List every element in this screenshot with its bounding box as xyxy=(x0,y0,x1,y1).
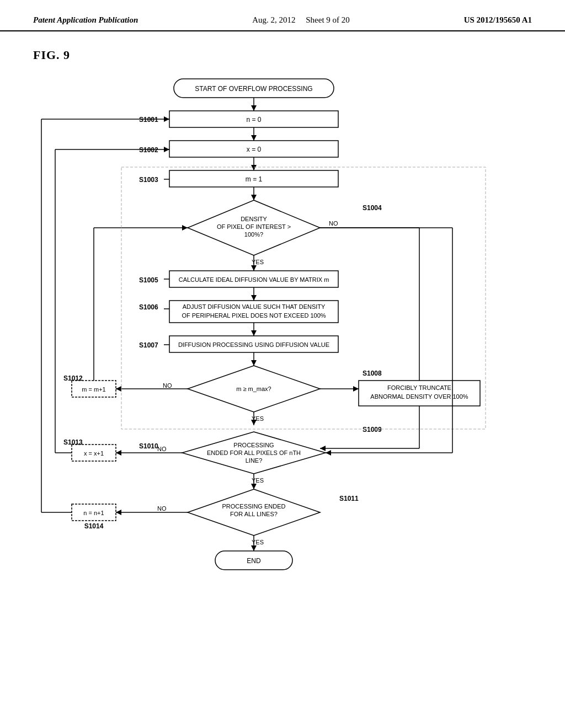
s1010-no: NO xyxy=(157,446,167,452)
step-s1001-label: S1001 xyxy=(139,116,158,124)
end-label: END xyxy=(247,557,261,565)
svg-marker-57 xyxy=(251,545,257,551)
s1014-text: n = n+1 xyxy=(83,510,104,516)
s1011-line1: PROCESSING ENDED xyxy=(222,503,286,510)
svg-marker-35 xyxy=(116,386,121,392)
svg-marker-54 xyxy=(164,147,169,152)
diagram-area: FIG. 9 START OF OVERFLOW PROCESSING S100… xyxy=(0,31,565,721)
step-s1003-label: S1003 xyxy=(139,176,158,184)
svg-marker-37 xyxy=(353,386,359,392)
step-s1012-label: S1012 xyxy=(63,374,83,382)
s1003-text: m = 1 xyxy=(246,175,263,183)
s1011-no: NO xyxy=(157,505,167,512)
svg-marker-64 xyxy=(164,116,169,122)
step-s1002-label: S1002 xyxy=(139,146,158,154)
s1007-text: DIFFUSION PROCESSING USING DIFFUSION VAL… xyxy=(178,341,329,348)
s1008-text: m ≥ m_max? xyxy=(236,386,271,392)
fig-label: FIG. 9 xyxy=(33,48,532,62)
s1006-line1: ADJUST DIFFUSION VALUE SUCH THAT DENSITY xyxy=(183,303,326,310)
step-s1009-label: S1009 xyxy=(363,426,382,433)
flowchart-svg: START OF OVERFLOW PROCESSING S1001 n = 0… xyxy=(33,73,508,702)
s1013-text: x = x+1 xyxy=(84,450,104,457)
svg-marker-2 xyxy=(251,105,257,111)
step-s1014-label: S1014 xyxy=(84,522,104,530)
start-label: START OF OVERFLOW PROCESSING xyxy=(195,85,312,93)
svg-marker-72 xyxy=(326,450,331,456)
step-s1013-label: S1013 xyxy=(63,438,83,446)
svg-marker-14 xyxy=(251,195,257,200)
step-s1007-label: S1007 xyxy=(139,341,158,349)
svg-marker-32 xyxy=(251,420,257,425)
header-center: Aug. 2, 2012 Sheet 9 of 20 xyxy=(252,15,350,25)
svg-marker-41 xyxy=(320,446,326,451)
s1010-line2: ENDED FOR ALL PIXELS OF nTH xyxy=(207,449,301,456)
step-s1010-label: S1010 xyxy=(139,442,158,450)
s1005-text: CALCULATE IDEAL DIFFUSION VALUE BY MATRI… xyxy=(179,276,329,283)
s1004-line3: 100%? xyxy=(244,231,263,238)
step-s1004-label: S1004 xyxy=(363,204,382,212)
svg-marker-59 xyxy=(116,510,121,515)
s1009-line2: ABNORMAL DENSITY OVER 100% xyxy=(370,393,468,400)
s1006-line2: OF PERIPHERAL PIXEL DOES NOT EXCEED 100% xyxy=(182,312,326,319)
s1010-line1: PROCESSING xyxy=(233,442,274,448)
svg-marker-17 xyxy=(251,265,257,271)
s1004-line1: DENSITY xyxy=(241,216,267,222)
s1004-line2: OF PIXEL OF INTEREST > xyxy=(217,223,291,230)
s1002-text: x = 0 xyxy=(247,146,262,153)
svg-marker-10 xyxy=(251,165,257,170)
s1009-line1: FORCIBLY TRUNCATE xyxy=(387,384,451,391)
svg-marker-49 xyxy=(116,450,121,456)
svg-marker-25 xyxy=(251,330,257,336)
s1001-text: n = 0 xyxy=(246,116,261,124)
svg-marker-47 xyxy=(251,484,257,489)
s1012-text: m = m+1 xyxy=(82,386,105,393)
s1011-line2: FOR ALL LINES? xyxy=(230,511,278,517)
svg-marker-29 xyxy=(251,360,257,366)
step-s1006-label: S1006 xyxy=(139,303,158,311)
svg-marker-21 xyxy=(251,295,257,301)
header-left: Patent Application Publication xyxy=(33,15,138,25)
s1004-no: NO xyxy=(329,220,338,227)
page-header: Patent Application Publication Aug. 2, 2… xyxy=(0,0,565,31)
s1010-line3: LINE? xyxy=(246,457,263,464)
header-right: US 2012/195650 A1 xyxy=(464,15,532,25)
step-s1011-label: S1011 xyxy=(339,495,359,502)
step-s1005-label: S1005 xyxy=(139,276,158,284)
step-s1008-label: S1008 xyxy=(363,370,382,377)
svg-marker-6 xyxy=(251,135,257,141)
svg-marker-44 xyxy=(182,225,188,231)
s1008-no: NO xyxy=(163,382,172,389)
